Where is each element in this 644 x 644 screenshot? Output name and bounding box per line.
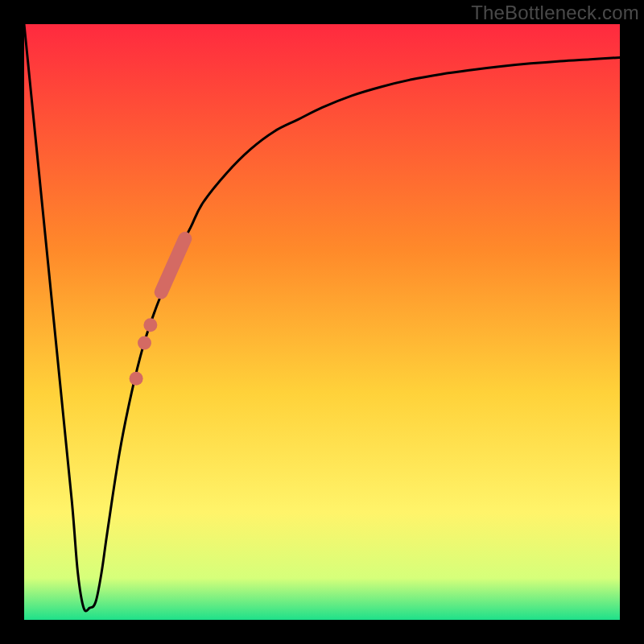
- watermark-text: TheBottleneck.com: [471, 2, 639, 24]
- chart-frame: TheBottleneck.com: [0, 0, 644, 644]
- gradient-background: [24, 24, 620, 620]
- chart-svg: [24, 24, 620, 620]
- plot-area: [24, 24, 620, 620]
- highlight-dot: [130, 372, 143, 386]
- highlight-dot: [143, 318, 157, 332]
- highlight-dot: [138, 336, 151, 349]
